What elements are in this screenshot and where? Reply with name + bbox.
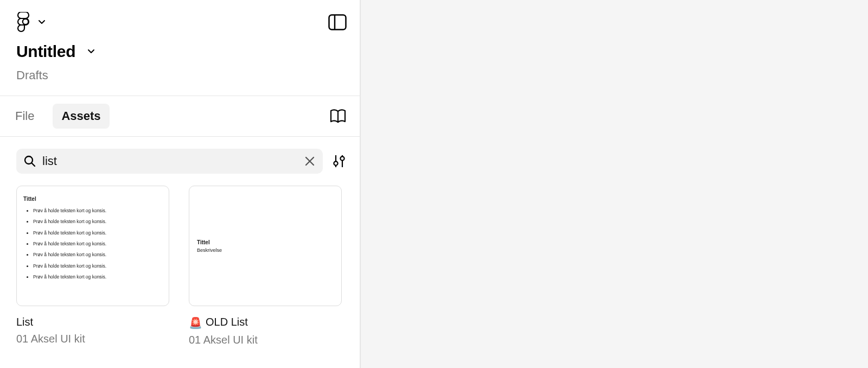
preview-bullet: Prøv å holde teksten kort og konsis. xyxy=(33,240,163,247)
assets-search-input[interactable] xyxy=(42,154,304,168)
main-menu-button[interactable] xyxy=(16,12,46,33)
asset-preview: Tittel Beskrivelse xyxy=(189,186,341,306)
left-panel: Untitled Drafts File Assets xyxy=(0,0,361,368)
svg-point-10 xyxy=(334,161,337,165)
svg-line-5 xyxy=(32,163,35,167)
preview-bullet: Prøv å holde teksten kort og konsis. xyxy=(33,207,163,214)
tab-file[interactable]: File xyxy=(15,104,43,129)
document-title-button[interactable]: Untitled xyxy=(16,42,343,61)
search-icon xyxy=(24,155,36,167)
asset-result: Tittel Beskrivelse 🚨OLD List 01 Aksel UI… xyxy=(189,186,342,346)
assets-search-box[interactable] xyxy=(16,149,323,174)
asset-library: 01 Aksel UI kit xyxy=(16,333,169,345)
document-title-block: Untitled Drafts xyxy=(0,38,360,96)
tab-assets[interactable]: Assets xyxy=(53,104,109,129)
design-canvas[interactable] xyxy=(361,0,868,368)
preview-bullet: Prøv å holde teksten kort og konsis. xyxy=(33,263,163,269)
document-location: Drafts xyxy=(16,68,343,83)
assets-search-row xyxy=(0,137,360,180)
asset-card-list[interactable]: Tittel Prøv å holde teksten kort og kons… xyxy=(16,186,169,306)
preview-bullets: Prøv å holde teksten kort og konsis. Prø… xyxy=(23,207,163,284)
tabs-row: File Assets xyxy=(0,96,360,137)
asset-library: 01 Aksel UI kit xyxy=(189,334,342,346)
chevron-down-icon xyxy=(87,48,95,55)
preview-bullet: Prøv å holde teksten kort og konsis. xyxy=(33,274,163,280)
preview-desc: Beskrivelse xyxy=(197,248,336,253)
asset-name: 🚨OLD List xyxy=(189,316,342,329)
asset-result: Tittel Prøv å holde teksten kort og kons… xyxy=(16,186,169,346)
svg-point-0 xyxy=(23,19,28,24)
panel-toggle-button[interactable] xyxy=(328,14,347,30)
asset-name-text: List xyxy=(16,316,33,328)
assets-results: Tittel Prøv å holde teksten kort og kons… xyxy=(0,180,360,346)
search-settings-button[interactable] xyxy=(331,154,347,169)
preview-bullet: Prøv å holde teksten kort og konsis. xyxy=(33,230,163,236)
library-book-icon[interactable] xyxy=(329,109,347,124)
figma-logo-icon xyxy=(16,12,30,33)
clear-search-button[interactable] xyxy=(304,156,315,167)
alarm-emoji-icon: 🚨 xyxy=(189,317,202,329)
asset-name-text: OLD List xyxy=(206,316,248,328)
preview-bullet: Prøv å holde teksten kort og konsis. xyxy=(33,251,163,258)
panel-tabs: File Assets xyxy=(16,104,110,129)
preview-bullet: Prøv å holde teksten kort og konsis. xyxy=(33,218,163,225)
preview-title: Tittel xyxy=(23,196,163,202)
svg-point-11 xyxy=(340,156,344,160)
preview-title: Tittel xyxy=(197,239,336,245)
asset-preview: Tittel Prøv å holde teksten kort og kons… xyxy=(17,186,169,306)
topbar xyxy=(0,0,360,38)
svg-rect-1 xyxy=(329,15,346,30)
asset-card-old-list[interactable]: Tittel Beskrivelse xyxy=(189,186,342,306)
chevron-down-icon xyxy=(38,18,46,26)
document-title: Untitled xyxy=(16,42,75,61)
asset-name: List xyxy=(16,316,169,328)
